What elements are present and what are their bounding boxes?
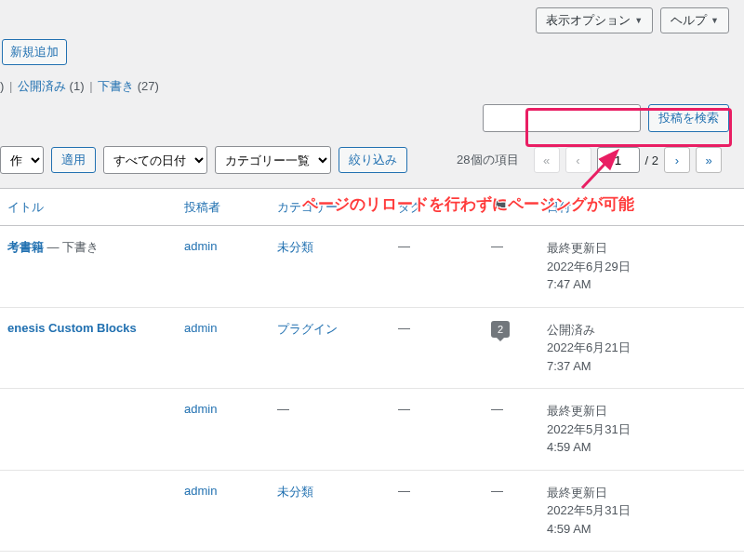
pagination: « ‹ / 2 › » (526, 141, 729, 179)
date-cell: 公開済み2022年6月21日7:37 AM (539, 307, 744, 389)
help-label: ヘルプ (671, 12, 707, 29)
table-row: admin未分類——最終更新日2022年5月31日4:59 AM (0, 552, 744, 561)
separator: | (9, 79, 12, 93)
table-row: admin———最終更新日2022年5月31日4:59 AM (0, 389, 744, 471)
search-input[interactable] (483, 104, 641, 132)
category-link[interactable]: 未分類 (277, 240, 313, 254)
comment-icon (491, 198, 510, 213)
item-count-text: 28個の項目 (457, 152, 518, 168)
filter-button[interactable]: 絞り込み (339, 147, 407, 173)
page-next-button[interactable]: › (664, 147, 690, 173)
comments-cell: — (484, 226, 539, 308)
col-date[interactable]: 日付 (539, 189, 744, 226)
date-filter-select[interactable]: すべての日付 (103, 146, 207, 174)
author-link[interactable]: admin (184, 321, 217, 335)
tags-cell: — (391, 470, 484, 552)
author-link[interactable]: admin (184, 402, 217, 416)
date-cell: 最終更新日2022年5月31日4:59 AM (539, 470, 744, 552)
posts-table: イトル 投稿者 カテゴリー タグ 日付 考書籍 — 下書きadmin未分類——最… (0, 188, 744, 560)
comments-cell: — (484, 389, 539, 471)
page-current-input[interactable] (597, 147, 640, 173)
comments-cell: 2 (484, 307, 539, 389)
add-new-button[interactable]: 新規追加 (2, 39, 67, 65)
author-link[interactable]: admin (184, 484, 217, 498)
apply-button[interactable]: 適用 (51, 147, 96, 173)
page-total-text: / 2 (645, 153, 658, 167)
col-comments[interactable] (484, 189, 539, 226)
col-author[interactable]: 投稿者 (177, 189, 270, 226)
post-title-link[interactable]: enesis Custom Blocks (7, 321, 137, 335)
screen-options-label: 表示オプション (546, 12, 631, 29)
table-row: admin未分類——最終更新日2022年5月31日4:59 AM (0, 470, 744, 552)
page-prev-button: ‹ (565, 147, 591, 173)
category-link[interactable]: 未分類 (277, 485, 313, 499)
tags-cell: — (391, 552, 484, 561)
chevron-down-icon: ▼ (634, 16, 643, 25)
status-draft-count: (27) (138, 79, 159, 93)
category-filter-select[interactable]: カテゴリー一覧 (215, 146, 331, 174)
status-all-fragment: ) (0, 79, 4, 93)
screen-options-button[interactable]: 表示オプション ▼ (536, 7, 653, 33)
page-last-button[interactable]: » (696, 147, 722, 173)
status-published-count: (1) (70, 79, 85, 93)
tags-cell: — (391, 226, 484, 308)
help-button[interactable]: ヘルプ ▼ (660, 7, 729, 33)
comment-count-bubble[interactable]: 2 (491, 321, 510, 338)
post-title-suffix: — 下書き (44, 240, 99, 254)
page-first-button: « (534, 147, 560, 173)
bulk-action-select[interactable]: 作 (0, 146, 44, 174)
search-button[interactable]: 投稿を検索 (648, 104, 729, 132)
date-cell: 最終更新日2022年5月31日4:59 AM (539, 552, 744, 561)
tags-cell: — (391, 307, 484, 389)
date-cell: 最終更新日2022年6月29日7:47 AM (539, 226, 744, 308)
category-link[interactable]: プラグイン (277, 322, 338, 336)
date-cell: 最終更新日2022年5月31日4:59 AM (539, 389, 744, 471)
tags-cell: — (391, 389, 484, 471)
col-title[interactable]: イトル (0, 189, 177, 226)
col-tags[interactable]: タグ (391, 189, 484, 226)
separator: | (89, 79, 92, 93)
comments-cell: — (484, 552, 539, 561)
status-published-link[interactable]: 公開済み (18, 79, 66, 93)
table-row: enesis Custom Blocksadminプラグイン—2公開済み2022… (0, 307, 744, 389)
author-link[interactable]: admin (184, 239, 217, 253)
category-cell: — (270, 389, 391, 471)
table-row: 考書籍 — 下書きadmin未分類——最終更新日2022年6月29日7:47 A… (0, 226, 744, 308)
post-title-link[interactable]: 考書籍 (7, 240, 44, 254)
chevron-down-icon: ▼ (711, 16, 719, 25)
col-categories[interactable]: カテゴリー (270, 189, 391, 226)
status-draft-link[interactable]: 下書き (98, 79, 134, 93)
comments-cell: — (484, 470, 539, 552)
